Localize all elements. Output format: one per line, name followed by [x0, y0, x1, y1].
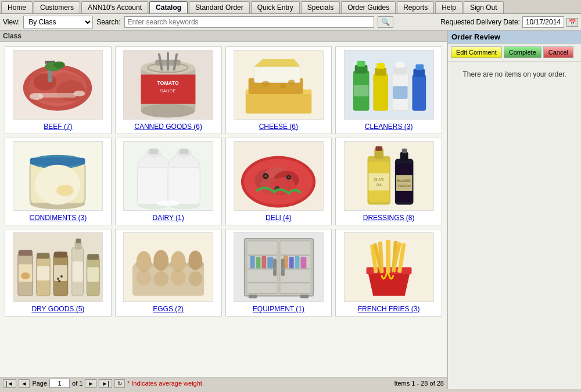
svg-point-129 [189, 250, 203, 270]
category-link-cheese[interactable]: CHEESE (6) [259, 123, 298, 131]
nav-bar: Home Customers ANN10's Account Catalog S… [0, 0, 581, 14]
svg-rect-99 [19, 250, 33, 256]
svg-point-111 [58, 280, 60, 282]
category-cell-condiments[interactable]: CONDIMENTS (3) [5, 138, 112, 225]
delivery-calendar-button[interactable]: 📅 [566, 18, 578, 27]
refresh-button[interactable]: ↻ [114, 379, 125, 388]
last-page-button[interactable]: ►| [99, 379, 112, 388]
svg-rect-148 [261, 256, 266, 268]
category-cell-dressings[interactable]: OLIVE OIL BALSAMIC VINEGAR [335, 138, 442, 225]
svg-point-15 [141, 104, 195, 118]
svg-text:BALSAMIC: BALSAMIC [397, 179, 411, 182]
category-img-french-fries [344, 232, 434, 302]
category-cell-equipment[interactable]: EQUIPMENT (1) [225, 229, 332, 317]
prev-page-button[interactable]: ◄ [19, 379, 30, 388]
svg-point-79 [288, 176, 289, 178]
first-page-button[interactable]: |◄ [3, 379, 16, 388]
tab-standard-order[interactable]: Standard Order [189, 1, 250, 13]
category-link-beef[interactable]: BEEF (7) [44, 123, 72, 131]
svg-rect-42 [394, 66, 407, 74]
category-link-equipment[interactable]: EQUIPMENT (1) [253, 305, 304, 313]
svg-point-133 [189, 271, 203, 286]
tab-home[interactable]: Home [1, 1, 33, 13]
complete-button[interactable]: Complete [504, 46, 541, 58]
category-img-equipment [234, 232, 324, 302]
category-link-cleaners[interactable]: CLEANERS (3) [365, 123, 413, 131]
category-link-dairy[interactable]: DAIRY (1) [153, 214, 184, 222]
svg-rect-142 [248, 282, 277, 283]
category-cell-cleaners[interactable]: CLEANERS (3) [335, 46, 442, 134]
search-button[interactable]: 🔍 [378, 16, 393, 28]
category-link-eggs[interactable]: EGGS (2) [153, 305, 184, 313]
svg-rect-145 [281, 282, 310, 283]
svg-rect-45 [412, 74, 426, 110]
svg-point-130 [137, 269, 152, 286]
category-cell-eggs[interactable]: EGGS (2) [115, 229, 222, 317]
svg-rect-119 [88, 254, 99, 260]
tab-order-guides[interactable]: Order Guides [341, 1, 396, 13]
category-link-dressings[interactable]: DRESSINGS (8) [363, 214, 415, 222]
svg-text:OIL: OIL [376, 183, 382, 186]
svg-rect-107 [54, 265, 67, 281]
svg-rect-149 [267, 257, 273, 268]
tab-catalog[interactable]: Catalog [149, 1, 188, 13]
svg-text:TOMATO: TOMATO [157, 80, 179, 86]
svg-rect-22 [167, 52, 169, 71]
items-count: Items 1 - 28 of 28 [394, 380, 444, 387]
tab-specials[interactable]: Specials [301, 1, 340, 13]
category-img-cleaners [344, 50, 434, 120]
svg-text:OLIVE: OLIVE [374, 178, 383, 181]
tab-sign-out[interactable]: Sign Out [464, 1, 504, 13]
svg-rect-151 [289, 257, 294, 268]
svg-point-100 [21, 272, 30, 279]
svg-rect-115 [73, 261, 83, 282]
category-cell-deli[interactable]: DELI (4) [225, 138, 332, 225]
order-empty-message: There are no items on your order. [448, 62, 581, 87]
svg-rect-47 [415, 64, 424, 70]
edit-comment-button[interactable]: Edit Comment [451, 46, 502, 58]
svg-rect-155 [300, 294, 309, 298]
tab-reports[interactable]: Reports [397, 1, 434, 13]
page-input[interactable] [49, 379, 70, 388]
svg-rect-38 [373, 73, 388, 110]
order-panel: Order Review Edit Comment Complete Cance… [447, 31, 581, 389]
main-layout: Class [0, 31, 581, 389]
category-link-canned-goods[interactable]: CANNED GOODS (6) [134, 123, 202, 131]
category-cell-cheese[interactable]: CHEESE (6) [225, 46, 332, 134]
svg-rect-83 [375, 146, 382, 151]
category-cell-french-fries[interactable]: FRENCH FRIES (3) [335, 229, 442, 317]
next-page-button[interactable]: ► [85, 379, 96, 388]
svg-point-126 [137, 251, 152, 272]
svg-rect-61 [149, 149, 159, 154]
tab-customers[interactable]: Customers [34, 1, 80, 13]
svg-point-55 [56, 185, 74, 196]
cancel-button[interactable]: Cancel [543, 46, 573, 58]
category-img-cheese [234, 50, 324, 120]
category-img-eggs [123, 232, 213, 302]
toolbar: View: By Class By Item By Favorites Sear… [0, 14, 581, 31]
category-cell-dairy[interactable]: DAIRY (1) [115, 138, 222, 225]
category-link-dry-goods[interactable]: DRY GOODS (5) [31, 305, 84, 313]
svg-point-29 [261, 81, 270, 87]
category-link-french-fries[interactable]: FRENCH FRIES (3) [358, 305, 420, 313]
search-input[interactable] [124, 16, 374, 28]
svg-rect-141 [248, 268, 277, 269]
svg-rect-146 [250, 256, 255, 268]
tab-quick-entry[interactable]: Quick Entry [251, 1, 300, 13]
view-select[interactable]: By Class By Item By Favorites [23, 16, 93, 28]
avg-weight-note: * Indicates average weight. [127, 380, 204, 387]
category-img-canned-goods: TOMATO SAUCE [123, 50, 213, 120]
tab-help[interactable]: Help [435, 1, 462, 13]
svg-point-78 [264, 175, 267, 177]
category-cell-canned-goods[interactable]: TOMATO SAUCE CANNED GOODS (6) [115, 46, 222, 134]
grid-scroll[interactable]: BEEF (7) TOMATO [0, 42, 447, 377]
category-cell-dry-goods[interactable]: DRY GOODS (5) [5, 229, 112, 317]
svg-rect-36 [357, 61, 365, 67]
category-cell-beef[interactable]: BEEF (7) [5, 46, 112, 134]
tab-ann10s-account[interactable]: ANN10's Account [81, 1, 148, 13]
category-link-deli[interactable]: DELI (4) [266, 214, 292, 222]
svg-rect-59 [138, 167, 170, 204]
category-link-condiments[interactable]: CONDIMENTS (3) [30, 214, 87, 222]
delivery-date[interactable]: 10/17/2014 [522, 16, 564, 28]
svg-rect-104 [37, 253, 50, 258]
